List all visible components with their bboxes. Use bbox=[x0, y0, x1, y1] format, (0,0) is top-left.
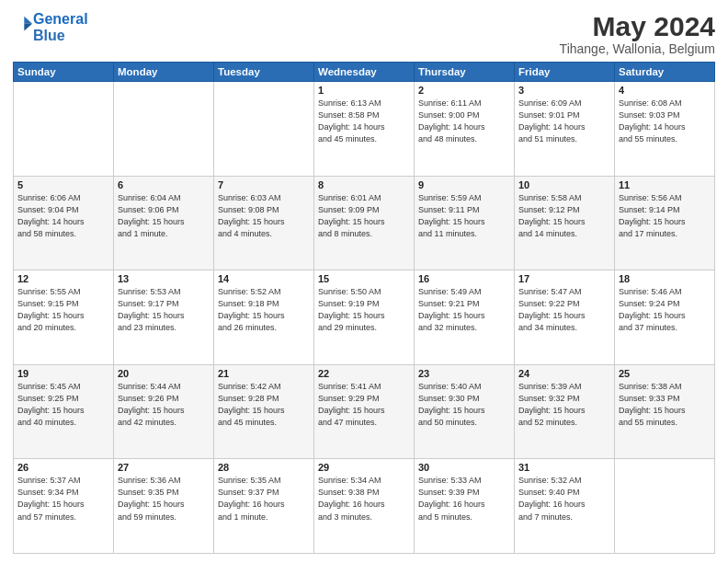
day-info: Sunrise: 5:39 AM Sunset: 9:32 PM Dayligh… bbox=[518, 381, 610, 429]
calendar-dow-friday: Friday bbox=[515, 63, 615, 82]
day-number: 19 bbox=[17, 368, 109, 379]
calendar-day-19: 19Sunrise: 5:45 AM Sunset: 9:25 PM Dayli… bbox=[14, 364, 114, 459]
calendar-day-5: 5Sunrise: 6:06 AM Sunset: 9:04 PM Daylig… bbox=[14, 176, 114, 270]
day-number: 16 bbox=[418, 273, 510, 284]
day-info: Sunrise: 6:11 AM Sunset: 9:00 PM Dayligh… bbox=[418, 98, 510, 145]
day-number: 8 bbox=[318, 179, 410, 190]
day-info: Sunrise: 6:04 AM Sunset: 9:06 PM Dayligh… bbox=[118, 192, 210, 240]
title-block: May 2024 Tihange, Wallonia, Belgium bbox=[560, 11, 715, 56]
calendar-day-30: 30Sunrise: 5:33 AM Sunset: 9:39 PM Dayli… bbox=[415, 459, 515, 554]
calendar-dow-thursday: Thursday bbox=[415, 63, 515, 82]
calendar-day-26: 26Sunrise: 5:37 AM Sunset: 9:34 PM Dayli… bbox=[14, 459, 114, 554]
calendar-day-6: 6Sunrise: 6:04 AM Sunset: 9:06 PM Daylig… bbox=[114, 176, 214, 270]
day-info: Sunrise: 5:37 AM Sunset: 9:34 PM Dayligh… bbox=[17, 475, 109, 523]
calendar-dow-saturday: Saturday bbox=[615, 63, 715, 82]
day-info: Sunrise: 6:13 AM Sunset: 8:58 PM Dayligh… bbox=[318, 98, 410, 145]
calendar-dow-sunday: Sunday bbox=[14, 63, 114, 82]
day-info: Sunrise: 5:49 AM Sunset: 9:21 PM Dayligh… bbox=[418, 286, 510, 334]
day-info: Sunrise: 5:32 AM Sunset: 9:40 PM Dayligh… bbox=[518, 475, 610, 523]
calendar-day-2: 2Sunrise: 6:11 AM Sunset: 9:00 PM Daylig… bbox=[415, 82, 515, 177]
calendar-day-7: 7Sunrise: 6:03 AM Sunset: 9:08 PM Daylig… bbox=[214, 176, 314, 270]
day-number: 25 bbox=[619, 368, 711, 379]
calendar-day-9: 9Sunrise: 5:59 AM Sunset: 9:11 PM Daylig… bbox=[415, 176, 515, 270]
calendar-week-4: 19Sunrise: 5:45 AM Sunset: 9:25 PM Dayli… bbox=[14, 364, 715, 459]
calendar-dow-wednesday: Wednesday bbox=[314, 63, 415, 82]
day-number: 10 bbox=[518, 179, 610, 190]
calendar-empty bbox=[214, 82, 314, 177]
day-info: Sunrise: 5:47 AM Sunset: 9:22 PM Dayligh… bbox=[518, 286, 610, 334]
day-number: 30 bbox=[418, 462, 510, 473]
day-number: 27 bbox=[118, 462, 210, 473]
day-info: Sunrise: 6:08 AM Sunset: 9:03 PM Dayligh… bbox=[619, 98, 711, 145]
day-info: Sunrise: 5:58 AM Sunset: 9:12 PM Dayligh… bbox=[518, 192, 610, 240]
day-number: 2 bbox=[418, 85, 510, 96]
day-number: 20 bbox=[118, 368, 210, 379]
calendar-day-14: 14Sunrise: 5:52 AM Sunset: 9:18 PM Dayli… bbox=[214, 270, 314, 365]
day-number: 5 bbox=[17, 179, 109, 190]
day-number: 15 bbox=[318, 273, 410, 284]
day-number: 13 bbox=[118, 273, 210, 284]
day-info: Sunrise: 5:46 AM Sunset: 9:24 PM Dayligh… bbox=[619, 286, 711, 334]
subtitle: Tihange, Wallonia, Belgium bbox=[560, 41, 715, 56]
day-number: 28 bbox=[218, 462, 310, 473]
calendar-day-8: 8Sunrise: 6:01 AM Sunset: 9:09 PM Daylig… bbox=[314, 176, 415, 270]
calendar-day-20: 20Sunrise: 5:44 AM Sunset: 9:26 PM Dayli… bbox=[114, 364, 214, 459]
day-number: 29 bbox=[318, 462, 410, 473]
day-number: 24 bbox=[518, 368, 610, 379]
day-info: Sunrise: 5:34 AM Sunset: 9:38 PM Dayligh… bbox=[318, 475, 410, 523]
svg-marker-0 bbox=[24, 16, 32, 23]
calendar-day-3: 3Sunrise: 6:09 AM Sunset: 9:01 PM Daylig… bbox=[515, 82, 615, 177]
calendar-dow-tuesday: Tuesday bbox=[214, 63, 314, 82]
svg-marker-1 bbox=[24, 23, 32, 30]
calendar-day-12: 12Sunrise: 5:55 AM Sunset: 9:15 PM Dayli… bbox=[14, 270, 114, 365]
day-number: 7 bbox=[218, 179, 310, 190]
calendar-dow-monday: Monday bbox=[114, 63, 214, 82]
calendar-week-3: 12Sunrise: 5:55 AM Sunset: 9:15 PM Dayli… bbox=[14, 270, 715, 365]
day-info: Sunrise: 6:09 AM Sunset: 9:01 PM Dayligh… bbox=[518, 98, 610, 145]
header: General Blue May 2024 Tihange, Wallonia,… bbox=[13, 11, 715, 56]
logo-blue: Blue bbox=[33, 28, 65, 43]
day-number: 21 bbox=[218, 368, 310, 379]
calendar-empty bbox=[615, 459, 715, 554]
calendar-day-18: 18Sunrise: 5:46 AM Sunset: 9:24 PM Dayli… bbox=[615, 270, 715, 365]
day-info: Sunrise: 5:56 AM Sunset: 9:14 PM Dayligh… bbox=[619, 192, 711, 240]
day-info: Sunrise: 5:44 AM Sunset: 9:26 PM Dayligh… bbox=[118, 381, 210, 429]
day-number: 26 bbox=[17, 462, 109, 473]
page: General Blue May 2024 Tihange, Wallonia,… bbox=[0, 0, 728, 563]
day-info: Sunrise: 5:52 AM Sunset: 9:18 PM Dayligh… bbox=[218, 286, 310, 334]
calendar-day-25: 25Sunrise: 5:38 AM Sunset: 9:33 PM Dayli… bbox=[615, 364, 715, 459]
day-info: Sunrise: 5:33 AM Sunset: 9:39 PM Dayligh… bbox=[418, 475, 510, 523]
day-info: Sunrise: 5:41 AM Sunset: 9:29 PM Dayligh… bbox=[318, 381, 410, 429]
calendar-day-16: 16Sunrise: 5:49 AM Sunset: 9:21 PM Dayli… bbox=[415, 270, 515, 365]
logo-general: General bbox=[33, 11, 88, 27]
day-number: 17 bbox=[518, 273, 610, 284]
logo-text: General Blue bbox=[33, 11, 88, 43]
day-number: 4 bbox=[619, 85, 711, 96]
day-info: Sunrise: 5:53 AM Sunset: 9:17 PM Dayligh… bbox=[118, 286, 210, 334]
day-number: 12 bbox=[17, 273, 109, 284]
day-number: 3 bbox=[518, 85, 610, 96]
calendar-day-17: 17Sunrise: 5:47 AM Sunset: 9:22 PM Dayli… bbox=[515, 270, 615, 365]
day-info: Sunrise: 5:35 AM Sunset: 9:37 PM Dayligh… bbox=[218, 475, 310, 523]
day-number: 1 bbox=[318, 85, 410, 96]
day-number: 11 bbox=[619, 179, 711, 190]
main-title: May 2024 bbox=[560, 11, 715, 41]
calendar-day-28: 28Sunrise: 5:35 AM Sunset: 9:37 PM Dayli… bbox=[214, 459, 314, 554]
calendar-day-24: 24Sunrise: 5:39 AM Sunset: 9:32 PM Dayli… bbox=[515, 364, 615, 459]
calendar-day-31: 31Sunrise: 5:32 AM Sunset: 9:40 PM Dayli… bbox=[515, 459, 615, 554]
calendar-week-2: 5Sunrise: 6:06 AM Sunset: 9:04 PM Daylig… bbox=[14, 176, 715, 270]
day-info: Sunrise: 5:40 AM Sunset: 9:30 PM Dayligh… bbox=[418, 381, 510, 429]
day-info: Sunrise: 6:06 AM Sunset: 9:04 PM Dayligh… bbox=[17, 192, 109, 240]
calendar-day-4: 4Sunrise: 6:08 AM Sunset: 9:03 PM Daylig… bbox=[615, 82, 715, 177]
day-number: 18 bbox=[619, 273, 711, 284]
day-info: Sunrise: 6:03 AM Sunset: 9:08 PM Dayligh… bbox=[218, 192, 310, 240]
calendar-day-22: 22Sunrise: 5:41 AM Sunset: 9:29 PM Dayli… bbox=[314, 364, 415, 459]
day-number: 9 bbox=[418, 179, 510, 190]
day-number: 14 bbox=[218, 273, 310, 284]
day-number: 22 bbox=[318, 368, 410, 379]
calendar-table: SundayMondayTuesdayWednesdayThursdayFrid… bbox=[13, 62, 715, 554]
calendar-empty bbox=[114, 82, 214, 177]
calendar-day-21: 21Sunrise: 5:42 AM Sunset: 9:28 PM Dayli… bbox=[214, 364, 314, 459]
day-info: Sunrise: 6:01 AM Sunset: 9:09 PM Dayligh… bbox=[318, 192, 410, 240]
logo-icon bbox=[13, 15, 33, 35]
